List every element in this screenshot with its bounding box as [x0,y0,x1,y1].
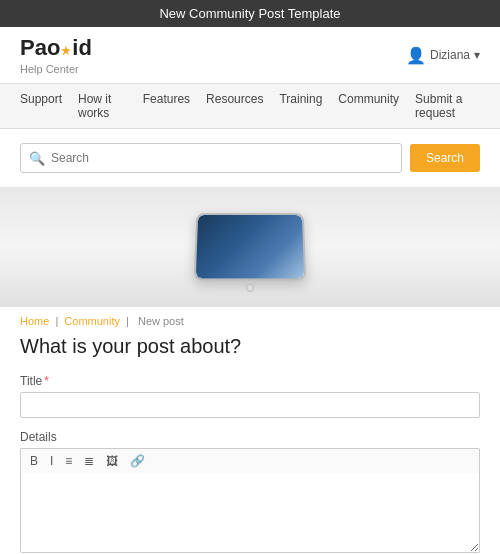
header: Pao ★ id Help Center 👤 Diziana ▾ [0,27,500,84]
nav-item-community[interactable]: Community [338,84,399,128]
user-icon: 👤 [406,46,426,65]
toolbar-bold[interactable]: B [27,453,41,469]
phone-image [160,192,340,302]
details-label: Details [20,430,480,444]
toolbar-italic[interactable]: I [47,453,56,469]
dropdown-arrow: ▾ [474,48,480,62]
nav-item-training[interactable]: Training [279,84,322,128]
title-input[interactable] [20,392,480,418]
title-field-group: Title* [20,374,480,418]
page-title: What is your post about? [20,335,480,358]
nav-item-how[interactable]: How it works [78,84,127,128]
phone-screen [196,215,304,278]
nav-item-support[interactable]: Support [20,84,62,128]
search-input[interactable] [20,143,402,173]
breadcrumb-sep2: | [126,315,132,327]
breadcrumb: Home | Community | New post [0,307,500,331]
toolbar-link[interactable]: 🔗 [127,453,148,469]
search-input-wrap: 🔍 [20,143,402,173]
editor-toolbar: B I ≡ ≣ 🖼 🔗 [20,448,480,473]
search-section: 🔍 Search [0,129,500,187]
nav-item-features[interactable]: Features [143,84,190,128]
phone-body [194,213,307,280]
logo: Pao ★ id Help Center [20,35,92,75]
logo-subtitle: Help Center [20,63,92,75]
nav-item-submit[interactable]: Submit a request [415,84,480,128]
toolbar-image[interactable]: 🖼 [103,453,121,469]
breadcrumb-sep1: | [55,315,61,327]
search-button[interactable]: Search [410,144,480,172]
logo-text2: id [72,35,92,61]
toolbar-ol[interactable]: ≣ [81,453,97,469]
nav-item-resources[interactable]: Resources [206,84,263,128]
hero-section [0,187,500,307]
nav: Support How it works Features Resources … [0,84,500,129]
breadcrumb-home[interactable]: Home [20,315,49,327]
details-textarea[interactable] [20,473,480,553]
breadcrumb-community[interactable]: Community [64,315,120,327]
main-content: What is your post about? Title* Details … [0,331,500,554]
details-field-group: Details B I ≡ ≣ 🖼 🔗 [20,430,480,554]
title-label: Title* [20,374,480,388]
breadcrumb-current: New post [138,315,184,327]
post-form: Title* Details B I ≡ ≣ 🖼 🔗 Topic* - [20,374,480,554]
logo-text: Pao [20,35,60,61]
top-bar-title: New Community Post Template [159,6,340,21]
logo-star: ★ [60,43,72,58]
toolbar-ul[interactable]: ≡ [62,453,75,469]
title-required: * [44,374,49,388]
phone-home-button [246,284,254,292]
top-bar: New Community Post Template [0,0,500,27]
search-icon: 🔍 [29,151,45,166]
header-right[interactable]: 👤 Diziana ▾ [406,46,480,65]
user-name: Diziana [430,48,470,62]
